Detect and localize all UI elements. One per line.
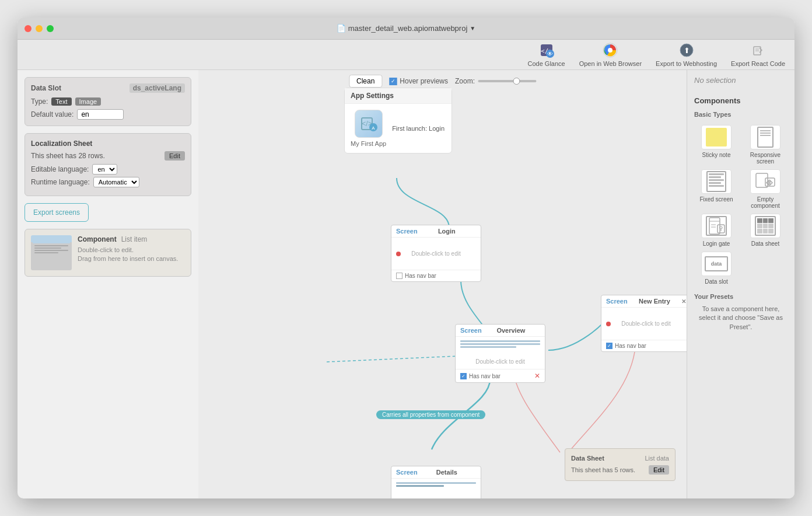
fixed-screen-icon <box>706 171 726 192</box>
screen-overview-header: Screen Overview <box>456 325 545 337</box>
screen-details-header: Screen Details <box>391 466 481 479</box>
svg-text:👁: 👁 <box>547 51 553 57</box>
export-screens-button[interactable]: Export screens <box>24 203 89 222</box>
component-thumbnail <box>31 235 72 270</box>
overview-nav-checkbox[interactable] <box>460 373 467 379</box>
data-sheet-node[interactable]: Data Sheet List data This sheet has 5 ro… <box>565 448 676 481</box>
svg-point-6 <box>608 48 612 53</box>
app-settings-body: </> A My First App First launch: Login <box>345 104 452 153</box>
left-panel: Data Slot ds_activeLang Type: Text Image… <box>18 70 198 498</box>
component-header: Component List item <box>78 235 185 243</box>
screen-new-entry-header: Screen New Entry ✕ <box>601 295 687 308</box>
hover-previews-checkbox[interactable] <box>389 78 397 85</box>
data-slot-header: Data Slot ds_activeLang <box>31 83 185 93</box>
data-slot-icon: data <box>705 256 728 271</box>
localization-edit-button[interactable]: Edit <box>164 151 185 161</box>
data-sheet-row: This sheet has 5 rows. Edit <box>571 465 669 475</box>
data-slot-item[interactable]: data Data slot <box>694 252 738 285</box>
runtime-lang-select[interactable]: Automatic <box>93 177 139 187</box>
fixed-screen-icon-box <box>701 169 732 194</box>
type-text-button[interactable]: Text <box>51 97 71 106</box>
data-sheet-icon-box <box>750 214 780 238</box>
no-selection-text: No selection <box>687 70 794 90</box>
carries-label: Carries all properties from component <box>376 410 485 419</box>
svg-text:⬆: ⬆ <box>683 46 690 55</box>
empty-component-icon-box <box>750 169 780 194</box>
screen-new-entry-body: Double-click to edit <box>601 308 687 340</box>
data-sheet-edit-button[interactable]: Edit <box>649 465 669 475</box>
zoom-thumb <box>513 78 520 85</box>
open-browser-button[interactable]: Open in Web Browser <box>579 42 642 67</box>
svg-text:A: A <box>372 125 375 131</box>
your-presets-title: Your Presets <box>687 290 794 302</box>
screen-login-body: Double-click to edit <box>391 238 481 270</box>
fixed-screen-item[interactable]: Fixed screen <box>694 169 738 209</box>
traffic-lights <box>24 25 54 32</box>
login-dot <box>396 252 401 256</box>
svg-rect-21 <box>709 218 720 234</box>
titlebar: 📄 master_detail_web.apiomatwebproj ▼ <box>18 18 794 40</box>
component-desc1: Double-click to edit. <box>78 246 185 254</box>
empty-component-icon <box>755 172 776 191</box>
default-row: Default value: <box>31 109 185 120</box>
svg-marker-19 <box>770 180 772 185</box>
screen-overview-node[interactable]: Screen Overview Double-click to edit Has… <box>455 324 545 383</box>
login-gate-item[interactable]: Login gate <box>694 214 738 247</box>
component-grid: Sticky note Responsive screen <box>687 120 794 290</box>
components-title: Components <box>687 90 794 109</box>
responsive-screen-item[interactable]: Responsive screen <box>743 125 788 165</box>
type-image-button[interactable]: Image <box>75 97 102 106</box>
screen-login-node[interactable]: Screen Login Double-click to edit Has na… <box>391 225 481 282</box>
export-react-icon <box>750 42 766 58</box>
runtime-lang-row: Runtime language: Automatic <box>31 177 185 187</box>
screen-overview-footer: Has nav bar ✕ <box>456 369 545 382</box>
component-card: Component List item Double-click to edit… <box>24 229 191 277</box>
default-value-input[interactable] <box>77 109 124 120</box>
data-sheet-icon <box>755 216 776 236</box>
zoom-slider[interactable] <box>478 80 536 82</box>
browser-icon <box>602 42 618 58</box>
login-nav-checkbox[interactable] <box>396 273 402 279</box>
canvas-area[interactable]: Clean Hover previews Zoom: <box>198 70 687 498</box>
presets-description: To save a component here, select it and … <box>687 302 794 334</box>
hover-previews-option: Hover previews <box>389 77 448 85</box>
svg-point-26 <box>720 226 722 229</box>
sticky-note-item[interactable]: Sticky note <box>694 125 738 165</box>
editable-lang-select[interactable]: en <box>92 164 117 175</box>
screen-new-entry-footer: Has nav bar <box>601 340 687 351</box>
screen-new-entry-node[interactable]: Screen New Entry ✕ Double-click to edit … <box>601 295 687 352</box>
screen-details-body: Double-click to edit <box>391 479 481 498</box>
svg-rect-17 <box>756 173 768 187</box>
window-title: 📄 master_detail_web.apiomatwebproj ▼ <box>337 24 475 33</box>
login-gate-icon-box <box>701 214 732 238</box>
data-slot-card: Data Slot ds_activeLang Type: Text Image… <box>24 77 191 126</box>
export-webhosting-button[interactable]: ⬆ Export to Webhosting <box>656 42 717 67</box>
code-glance-button[interactable]: </> 👁 Code Glance <box>527 42 565 67</box>
export-react-button[interactable]: Export React Code <box>731 42 785 67</box>
login-gate-icon <box>706 216 727 236</box>
canvas-toolbar: Clean Hover previews Zoom: <box>349 75 536 88</box>
basic-types-title: Basic Types <box>687 109 794 120</box>
close-button[interactable] <box>24 25 32 32</box>
code-glance-icon: </> 👁 <box>538 42 555 58</box>
empty-component-item[interactable]: Empty component <box>743 169 788 209</box>
sticky-note-icon <box>706 128 727 147</box>
app-settings-header: App Settings <box>345 88 452 104</box>
clean-button[interactable]: Clean <box>349 75 382 88</box>
title-icon: 📄 <box>337 24 346 33</box>
component-info: Component List item Double-click to edit… <box>78 235 185 270</box>
editable-lang-row: Editable language: en <box>31 164 185 175</box>
screen-login-header: Screen Login <box>391 225 481 238</box>
data-sheet-item[interactable]: Data sheet <box>743 214 788 247</box>
minimize-button[interactable] <box>36 25 43 32</box>
data-slot-icon-box: data <box>701 252 732 276</box>
screen-details-node[interactable]: Screen Details Double-click to edit Has … <box>391 466 481 498</box>
maximize-button[interactable] <box>47 25 54 32</box>
chevron-down-icon: ▼ <box>470 25 475 32</box>
toolbar: </> 👁 Code Glance Open in Web Browser <box>18 40 794 70</box>
new-entry-nav-checkbox[interactable] <box>606 343 612 349</box>
app-settings-node[interactable]: App Settings </> A My First App <box>344 88 452 154</box>
export-webhosting-icon: ⬆ <box>678 42 695 58</box>
right-panel: No selection Components Basic Types Stic… <box>687 70 794 498</box>
sticky-note-icon-box <box>701 125 732 149</box>
